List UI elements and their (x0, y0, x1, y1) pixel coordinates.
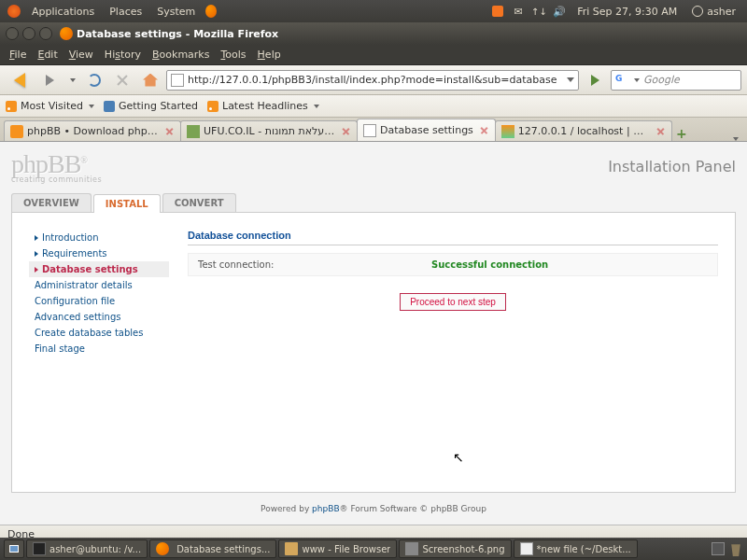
taskbar-terminal[interactable]: asher@ubuntu: /v... (26, 539, 148, 558)
firefox-launcher-icon[interactable] (205, 4, 220, 19)
search-engine-dropdown-icon[interactable] (634, 78, 640, 82)
window-titlebar[interactable]: Database settings - Mozilla Firefox (0, 22, 747, 45)
menu-system[interactable]: System (149, 6, 203, 18)
window-maximize-button[interactable] (39, 27, 52, 40)
nav-database-settings[interactable]: Database settings (29, 261, 169, 277)
close-icon[interactable] (341, 126, 351, 136)
close-icon[interactable] (655, 126, 666, 136)
mail-icon[interactable]: ✉ (511, 4, 526, 19)
tab-overview[interactable]: OVERVIEW (11, 193, 92, 212)
tab-phpmyadmin[interactable]: 127.0.0.1 / localhost | php... (495, 120, 672, 141)
firefox-icon (60, 27, 73, 40)
url-bar[interactable]: http://127.0.0.1/phpBB3/install/index.ph… (166, 70, 579, 91)
network-icon[interactable]: ↑↓ (531, 4, 546, 19)
back-button[interactable] (6, 67, 34, 93)
nav-config-file[interactable]: Configuration file (29, 293, 169, 309)
phpmyadmin-favicon-icon (501, 125, 514, 138)
back-history-dropdown[interactable] (65, 69, 78, 91)
menu-view[interactable]: View (63, 49, 99, 61)
taskbar-gedit[interactable]: *new file (~/Deskt... (514, 539, 638, 558)
firefox-menubar: File Edit View History Bookmarks Tools H… (0, 45, 747, 65)
bookmarks-toolbar: Most Visited Getting Started Latest Head… (0, 95, 747, 118)
page-content: phpBB® creating communities Installation… (0, 142, 747, 525)
clock[interactable]: Fri Sep 27, 9:30 AM (570, 6, 684, 18)
terminal-icon (33, 542, 46, 555)
close-icon[interactable] (479, 125, 489, 135)
google-icon: G (615, 74, 628, 87)
tab-ufu[interactable]: UFU.CO.IL - העלאת תמונות ... (180, 120, 358, 141)
taskbar-screenshot[interactable]: Screenshot-6.png (399, 539, 511, 558)
window-minimize-button[interactable] (22, 27, 35, 40)
gnome-top-panel: Applications Places System ✉ ↑↓ 🔊 Fri Se… (0, 0, 747, 22)
menu-history[interactable]: History (99, 49, 147, 61)
menu-bookmarks[interactable]: Bookmarks (147, 49, 215, 61)
page-favicon-icon (363, 124, 376, 137)
nav-final[interactable]: Final stage (29, 341, 169, 357)
close-icon[interactable] (164, 126, 175, 136)
go-button[interactable] (583, 69, 607, 91)
new-tab-button[interactable]: + (671, 126, 692, 141)
proceed-button[interactable]: Proceed to next step (400, 293, 506, 311)
url-text[interactable]: http://127.0.0.1/phpBB3/install/index.ph… (188, 74, 563, 86)
menu-file[interactable]: File (4, 49, 32, 61)
forward-button[interactable] (37, 69, 62, 91)
trash-icon[interactable] (728, 541, 743, 556)
plus-icon: + (676, 126, 687, 141)
tab-list-button[interactable] (726, 137, 743, 141)
reload-button[interactable] (82, 69, 106, 91)
phpbb-favicon-icon (10, 125, 23, 138)
nav-create-tables[interactable]: Create database tables (29, 325, 169, 341)
window-close-button[interactable] (6, 27, 19, 40)
home-button[interactable] (138, 69, 162, 91)
nav-introduction[interactable]: Introduction (29, 230, 169, 245)
bookmark-icon (104, 101, 115, 112)
gnome-taskbar: asher@ubuntu: /v... Database settings...… (0, 538, 747, 560)
firefox-icon (156, 542, 169, 555)
nav-toolbar: http://127.0.0.1/phpBB3/install/index.ph… (0, 65, 747, 95)
nav-requirements[interactable]: Requirements (29, 245, 169, 261)
workspace-switcher[interactable] (712, 542, 725, 555)
phpbb-logo: phpBB® creating communities (11, 149, 102, 184)
taskbar-firefox[interactable]: Database settings... (149, 539, 276, 558)
volume-icon[interactable]: 🔊 (552, 4, 567, 19)
ubuntu-logo-icon[interactable] (7, 4, 21, 19)
text-editor-icon (520, 542, 533, 555)
install-nav: Introduction Requirements Database setti… (29, 230, 169, 475)
site-favicon (171, 74, 184, 87)
user-menu[interactable]: asher (684, 6, 743, 18)
menu-edit[interactable]: Edit (32, 49, 63, 61)
bookmark-getting-started[interactable]: Getting Started (104, 100, 198, 112)
phpbb-footer: Powered by phpBB® Forum Software © phpBB… (11, 504, 736, 513)
nav-advanced[interactable]: Advanced settings (29, 309, 169, 325)
phpbb-link[interactable]: phpBB (312, 504, 339, 513)
tab-convert[interactable]: CONVERT (162, 193, 236, 212)
tab-database-settings[interactable]: Database settings (357, 119, 496, 141)
section-title: Database connection (188, 230, 718, 245)
taskbar-filebrowser[interactable]: www - File Browser (278, 539, 397, 558)
url-dropdown-icon[interactable] (567, 77, 574, 82)
ufu-favicon-icon (187, 125, 200, 138)
tab-phpbb-download[interactable]: phpBB • Download phpBB3 (4, 120, 181, 141)
update-icon[interactable] (490, 4, 505, 19)
install-main: Database connection Test connection: Suc… (188, 230, 718, 475)
image-icon (405, 542, 418, 555)
window-title: Database settings - Mozilla Firefox (77, 28, 278, 40)
bookmark-most-visited[interactable]: Most Visited (6, 100, 94, 112)
tab-bar: phpBB • Download phpBB3 UFU.CO.IL - העלא… (0, 118, 747, 142)
tab-install[interactable]: INSTALL (93, 194, 161, 213)
bookmark-latest-headlines[interactable]: Latest Headlines (207, 100, 319, 112)
folder-icon (285, 542, 298, 555)
install-tabs: OVERVIEW INSTALL CONVERT (11, 193, 736, 213)
nav-admin-details[interactable]: Administrator details (29, 277, 169, 293)
search-bar[interactable]: G Google (611, 70, 741, 91)
menu-help[interactable]: Help (252, 49, 287, 61)
rss-icon (207, 101, 218, 112)
test-connection-result: Successful connection (431, 259, 548, 270)
rss-icon (6, 101, 17, 112)
show-desktop-button[interactable] (4, 539, 24, 558)
menu-tools[interactable]: Tools (215, 49, 251, 61)
menu-places[interactable]: Places (102, 6, 149, 18)
stop-button[interactable] (110, 69, 134, 91)
test-connection-label: Test connection: (198, 259, 431, 270)
menu-applications[interactable]: Applications (24, 6, 102, 18)
